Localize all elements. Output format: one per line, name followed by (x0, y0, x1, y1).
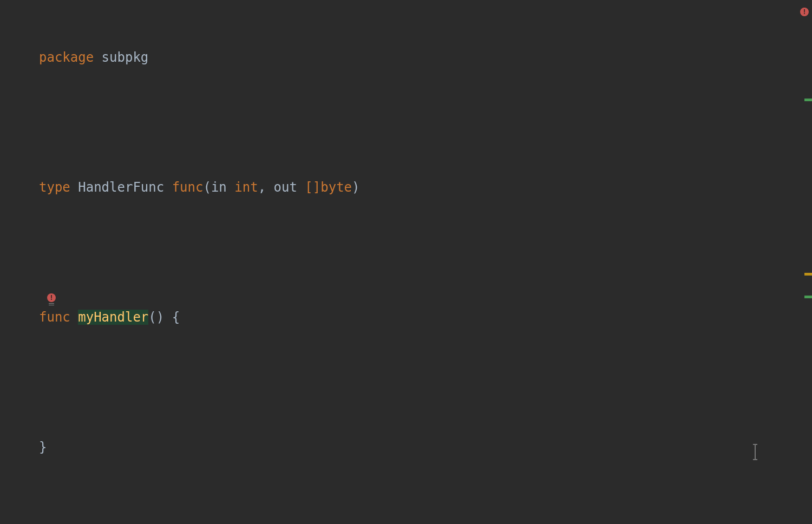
code-line[interactable] (39, 241, 797, 263)
code-area[interactable]: package subpkg type HandlerFunc func(in … (39, 3, 797, 524)
code-text: () { (148, 310, 180, 325)
code-line[interactable]: type HandlerFunc func(in int, out []byte… (39, 176, 797, 198)
code-line[interactable]: } (39, 436, 797, 458)
builtin-type: []byte (305, 180, 352, 195)
type-name: HandlerFunc (78, 180, 164, 195)
marker-stripe[interactable] (804, 99, 812, 101)
bulb-lines-icon (49, 303, 54, 305)
code-line[interactable] (39, 112, 797, 133)
intention-bulb[interactable] (45, 288, 57, 305)
func-name: myHandler (78, 310, 148, 325)
keyword: package (39, 50, 94, 65)
code-editor[interactable]: package subpkg type HandlerFunc func(in … (0, 0, 812, 524)
error-bulb-icon (47, 293, 56, 302)
param: in (211, 180, 227, 195)
error-icon (800, 8, 809, 16)
keyword: type (39, 180, 70, 195)
analysis-error-indicator[interactable] (800, 2, 809, 17)
code-line[interactable]: package subpkg (39, 47, 797, 68)
param: out (274, 180, 297, 195)
builtin-type: int (234, 180, 258, 195)
code-line[interactable] (39, 501, 797, 523)
code-line[interactable] (39, 371, 797, 393)
editor-gutter[interactable] (0, 0, 39, 524)
code-line[interactable]: func myHandler() { (39, 306, 797, 328)
code-text: } (39, 440, 47, 455)
marker-stripe[interactable] (804, 296, 812, 298)
keyword: func (172, 180, 204, 195)
keyword: func (39, 310, 70, 325)
marker-stripe[interactable] (804, 273, 812, 276)
identifier: subpkg (102, 50, 149, 65)
text-cursor-icon (755, 445, 756, 459)
